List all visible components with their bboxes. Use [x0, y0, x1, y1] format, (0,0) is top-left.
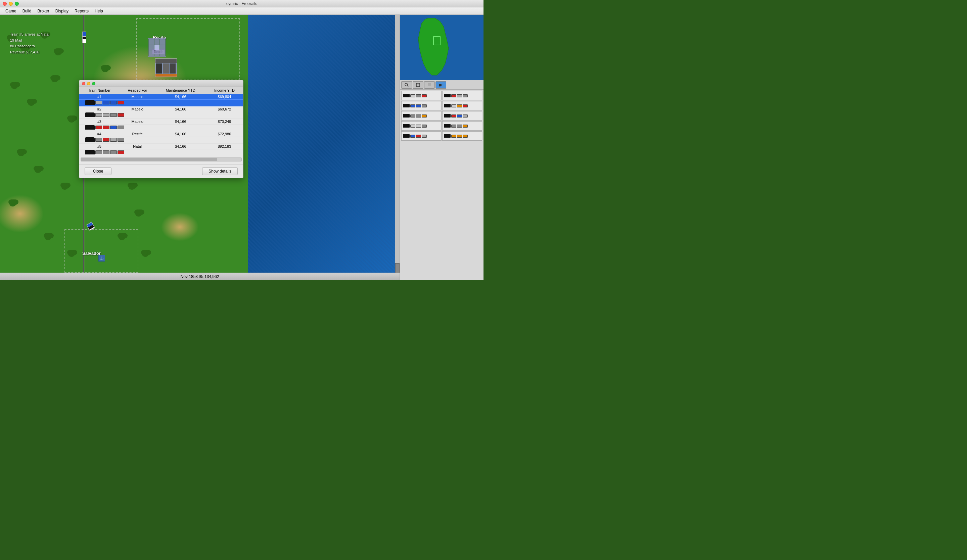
train-car-icon [117, 150, 124, 154]
recife-station-area [148, 38, 168, 58]
train-car-icon [110, 150, 117, 154]
col-income: Income YTD [206, 87, 243, 94]
train-car-icon [103, 150, 109, 154]
menu-bar: Game Build Broker Display Reports Help [0, 7, 484, 15]
train-car-icon [103, 138, 109, 142]
close-window-button[interactable] [3, 2, 7, 6]
train-visual-row-1[interactable] [79, 100, 243, 106]
minimap[interactable] [400, 15, 484, 80]
train-visual-row-5[interactable] [79, 150, 243, 156]
train-car-icon [103, 113, 109, 117]
train-maintenance-cell: $4,166 [155, 94, 206, 100]
vegetation [117, 233, 124, 238]
train-car-icon [117, 138, 124, 142]
vegetation [10, 82, 17, 87]
train-car-icon [95, 113, 102, 117]
train-thumb-1[interactable] [401, 91, 442, 100]
svg-point-11 [441, 85, 442, 86]
col-train-number: Train Number [79, 87, 120, 94]
vegetation [61, 183, 67, 188]
train-row-3[interactable]: #3 Maceio $4,166 $70,249 [79, 119, 243, 125]
minimap-btn-list[interactable] [424, 81, 435, 89]
game-notification: Train #5 arrives at Natal 19 Mail 80 Pas… [10, 31, 50, 55]
vegetation [127, 183, 134, 188]
train-thumb-4[interactable] [442, 101, 482, 110]
train-row-2[interactable]: #2 Maceio $4,166 $60,672 [79, 106, 243, 112]
train-thumbnails-panel[interactable] [400, 90, 484, 280]
train-row-1[interactable]: #1 Maceio $4,166 $69,804 [79, 94, 243, 100]
train-thumb-9[interactable] [401, 131, 442, 141]
train-thumb-5[interactable] [401, 111, 442, 120]
train-visual-row-4[interactable] [79, 137, 243, 144]
dialog-hscroll[interactable] [79, 156, 243, 161]
svg-point-10 [439, 85, 440, 86]
svg-line-3 [407, 86, 408, 87]
train-visual-row-2[interactable] [79, 112, 243, 119]
train-engine-icon [85, 100, 95, 105]
train-number-cell: #4 [79, 131, 120, 137]
train-car-icon [95, 125, 102, 129]
vegetation [17, 149, 23, 155]
train-maintenance-cell: $4,166 [155, 106, 206, 112]
train-number-cell: #3 [79, 119, 120, 125]
ocean-area [248, 15, 399, 280]
train-income-cell: $92,183 [206, 144, 243, 150]
train-engine-icon [85, 125, 95, 130]
vegetation [67, 250, 74, 255]
dialog-minimize-button[interactable] [87, 82, 90, 85]
train-thumb-3[interactable] [401, 101, 442, 110]
menu-game[interactable]: Game [3, 8, 19, 14]
menu-display[interactable]: Display [53, 8, 71, 14]
train-thumb-10[interactable] [442, 131, 482, 141]
train-thumb-6[interactable] [442, 111, 482, 120]
train-row-5[interactable]: #5 Natal $4,166 $92,183 [79, 144, 243, 150]
menu-reports[interactable]: Reports [72, 8, 91, 14]
close-button[interactable]: Close [84, 167, 111, 175]
train-row-4[interactable]: #4 Recife $4,166 $72,980 [79, 131, 243, 137]
train-table-scroll[interactable]: Train Number Headed For Maintenance YTD … [79, 87, 243, 156]
show-details-button[interactable]: Show details [202, 167, 238, 175]
train-car-icon [117, 113, 124, 117]
train-car-icon [110, 113, 117, 117]
dialog-footer: Close Show details [79, 164, 243, 178]
train-visual-row-3[interactable] [79, 125, 243, 131]
train-thumb-8[interactable] [442, 121, 482, 130]
train-thumb-7[interactable] [401, 121, 442, 130]
train-thumb-2[interactable] [442, 91, 482, 100]
minimap-btn-map[interactable] [413, 81, 423, 89]
game-vertical-scrollbar[interactable] [395, 15, 399, 280]
dialog-close-button[interactable] [82, 82, 85, 85]
svg-point-2 [405, 83, 408, 86]
status-bar: Nov 1853 $5,134,962 [0, 273, 399, 280]
window-controls[interactable] [3, 2, 19, 6]
menu-help[interactable]: Help [92, 8, 106, 14]
minimap-btn-train[interactable] [436, 81, 446, 89]
city-label-salvador: Salvador [82, 251, 101, 256]
vegetation [141, 250, 148, 255]
minimap-btn-magnify[interactable] [401, 81, 412, 89]
title-bar: cymric - Freerails [0, 0, 484, 7]
train-number-cell: #2 [79, 106, 120, 112]
menu-broker[interactable]: Broker [35, 8, 52, 14]
train-income-cell: $70,249 [206, 119, 243, 125]
menu-build[interactable]: Build [20, 8, 34, 14]
train-destination-cell: Maceio [120, 119, 155, 125]
dialog-title-bar [79, 80, 243, 87]
train-engine-icon [85, 112, 95, 117]
train-visual-cell [79, 150, 243, 156]
minimize-window-button[interactable] [9, 2, 13, 6]
train-table: Train Number Headed For Maintenance YTD … [79, 87, 243, 156]
train-car-icon [95, 101, 102, 104]
vegetation [54, 48, 61, 54]
dialog-maximize-button[interactable] [92, 82, 95, 85]
train-engine-icon [85, 137, 95, 142]
minimap-continent-svg [405, 16, 465, 77]
train-car-icon [110, 125, 117, 129]
maximize-window-button[interactable] [15, 2, 19, 6]
train-car-icon [110, 138, 117, 142]
vegetation [8, 199, 15, 205]
train-maintenance-cell: $4,166 [155, 119, 206, 125]
right-panel [399, 15, 484, 280]
train-car-icon [103, 101, 109, 104]
train-number-cell: #5 [79, 144, 120, 150]
